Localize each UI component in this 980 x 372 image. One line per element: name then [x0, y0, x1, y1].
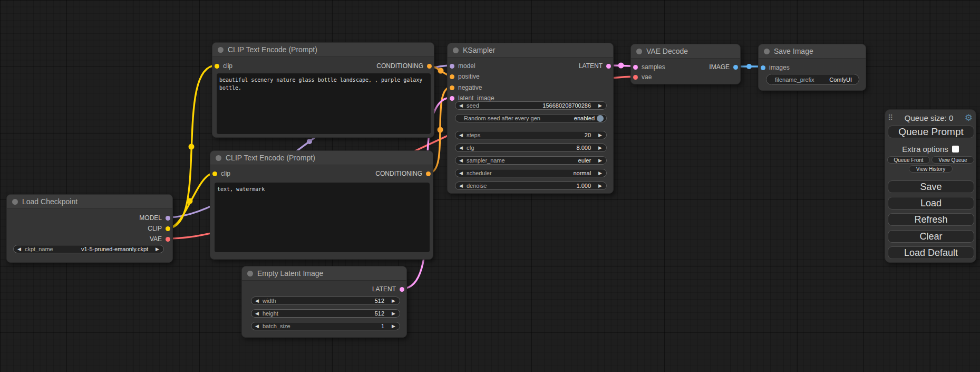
output-port-image[interactable]: IMAGE [709, 63, 738, 71]
height-widget[interactable]: ◀ height 512 ▶ [251, 309, 400, 318]
ckpt-name-widget[interactable]: ◀ ckpt_name v1-5-pruned-emaonly.ckpt ▶ [13, 245, 164, 253]
increment-arrow-icon[interactable]: ▶ [595, 133, 606, 138]
width-widget[interactable]: ◀ width 512 ▶ [251, 297, 400, 305]
vae-port-icon[interactable] [633, 75, 638, 80]
latent-port-icon[interactable] [400, 287, 404, 292]
input-port-images[interactable]: images [761, 64, 790, 71]
increment-arrow-icon[interactable]: ▶ [595, 184, 606, 188]
decrement-arrow-icon[interactable]: ◀ [455, 146, 467, 150]
increment-arrow-icon[interactable]: ▶ [388, 299, 400, 303]
node-title-bar[interactable]: Empty Latent Image [242, 266, 406, 281]
increment-arrow-icon[interactable]: ▶ [595, 158, 606, 163]
increment-arrow-icon[interactable]: ▶ [595, 146, 606, 150]
clip-port-icon[interactable] [212, 171, 217, 176]
conditioning-port-icon[interactable] [426, 171, 431, 176]
decrement-arrow-icon[interactable]: ◀ [455, 158, 467, 163]
decrement-arrow-icon[interactable]: ◀ [455, 171, 467, 176]
steps-widget[interactable]: ◀ steps 20 ▶ [455, 131, 607, 139]
output-port-conditioning[interactable]: CONDITIONING [375, 170, 431, 177]
seed-widget[interactable]: ◀ seed 156680208700286 ▶ [455, 101, 607, 110]
input-port-latent-image[interactable]: latent_image [450, 94, 494, 102]
drag-handle-icon[interactable]: ⠿ [888, 113, 893, 122]
model-port-icon[interactable] [166, 216, 170, 221]
output-port-latent[interactable]: LATENT [579, 62, 611, 70]
collapse-dot-icon[interactable] [218, 47, 224, 53]
save-button[interactable]: Save [888, 180, 974, 193]
input-port-samples[interactable]: samples [633, 63, 665, 71]
output-port-vae[interactable]: VAE [150, 235, 170, 243]
batch-size-widget[interactable]: ◀ batch_size 1 ▶ [251, 322, 400, 330]
load-default-button[interactable]: Load Default [888, 246, 974, 259]
output-port-clip[interactable]: CLIP [148, 225, 170, 232]
decrement-arrow-icon[interactable]: ◀ [251, 311, 263, 316]
output-port-latent[interactable]: LATENT [372, 285, 404, 293]
clip-port-icon[interactable] [215, 64, 219, 69]
output-port-conditioning[interactable]: CONDITIONING [376, 62, 432, 70]
increment-arrow-icon[interactable]: ▶ [595, 171, 606, 176]
node-ksampler[interactable]: KSampler model positive negative latent_… [447, 43, 614, 194]
toggle-circle-icon[interactable] [597, 115, 604, 122]
collapse-dot-icon[interactable] [453, 47, 459, 53]
view-history-button[interactable]: View History [909, 165, 953, 173]
node-vae-decode[interactable]: VAE Decode samples vae IMAGE [630, 44, 741, 84]
input-port-model[interactable]: model [450, 62, 476, 70]
node-graph-canvas[interactable]: Load Checkpoint MODEL CLIP VAE ◀ ckpt_na… [0, 0, 980, 372]
load-button[interactable]: Load [888, 197, 974, 209]
decrement-arrow-icon[interactable]: ◀ [455, 103, 467, 108]
decrement-arrow-icon[interactable]: ◀ [251, 324, 263, 329]
view-queue-button[interactable]: View Queue [932, 156, 974, 164]
conditioning-port-icon[interactable] [427, 64, 432, 69]
node-save-image[interactable]: Save Image images filename_prefix ComfyU… [758, 44, 866, 91]
image-port-icon[interactable] [733, 65, 738, 70]
positive-prompt-textarea[interactable]: beautiful scenery nature glass bottle la… [217, 73, 431, 134]
denoise-widget[interactable]: ◀ denoise 1.000 ▶ [455, 182, 607, 190]
latent-port-icon[interactable] [633, 65, 638, 70]
random-seed-toggle-widget[interactable]: Random seed after every gen enabled [455, 114, 607, 122]
image-port-icon[interactable] [761, 65, 765, 70]
node-empty-latent-image[interactable]: Empty Latent Image LATENT ◀ width 512 ▶ … [241, 266, 407, 338]
increment-arrow-icon[interactable]: ▶ [152, 247, 163, 252]
collapse-dot-icon[interactable] [764, 49, 770, 54]
node-title-bar[interactable]: Save Image [759, 44, 866, 59]
clear-button[interactable]: Clear [888, 230, 974, 243]
filename-prefix-widget[interactable]: filename_prefix ComfyUI [766, 74, 859, 85]
model-port-icon[interactable] [450, 64, 454, 69]
queue-front-button[interactable]: Queue Front [887, 156, 930, 164]
input-port-vae[interactable]: vae [633, 73, 652, 81]
input-port-positive[interactable]: positive [450, 73, 480, 80]
queue-prompt-button[interactable]: Queue Prompt [888, 126, 974, 138]
negative-prompt-textarea[interactable]: text, watermark [215, 183, 430, 252]
collapse-dot-icon[interactable] [12, 199, 18, 205]
decrement-arrow-icon[interactable]: ◀ [14, 247, 25, 252]
input-port-clip[interactable]: clip [215, 62, 232, 70]
node-title-bar[interactable]: VAE Decode [631, 44, 740, 59]
queue-menu-panel[interactable]: ⠿ Queue size: 0 ⚙ Queue Prompt Extra opt… [885, 109, 976, 263]
node-title-bar[interactable]: CLIP Text Encode (Prompt) [212, 43, 434, 57]
sampler-name-widget[interactable]: ◀ sampler_name euler ▶ [455, 156, 607, 165]
node-title-bar[interactable]: Load Checkpoint [7, 195, 172, 209]
decrement-arrow-icon[interactable]: ◀ [251, 299, 263, 303]
latent-port-icon[interactable] [606, 64, 611, 69]
vae-port-icon[interactable] [166, 237, 170, 242]
refresh-button[interactable]: Refresh [888, 213, 974, 226]
increment-arrow-icon[interactable]: ▶ [388, 311, 400, 316]
conditioning-port-icon[interactable] [450, 85, 454, 90]
increment-arrow-icon[interactable]: ▶ [388, 324, 400, 329]
clip-port-icon[interactable] [166, 226, 170, 231]
extra-options-checkbox[interactable] [952, 146, 959, 152]
increment-arrow-icon[interactable]: ▶ [595, 103, 606, 108]
node-clip-text-encode-positive[interactable]: CLIP Text Encode (Prompt) clip CONDITION… [212, 42, 434, 138]
input-port-negative[interactable]: negative [450, 84, 482, 91]
collapse-dot-icon[interactable] [636, 49, 642, 54]
scheduler-widget[interactable]: ◀ scheduler normal ▶ [455, 169, 607, 177]
collapse-dot-icon[interactable] [216, 155, 221, 161]
decrement-arrow-icon[interactable]: ◀ [455, 184, 467, 188]
node-load-checkpoint[interactable]: Load Checkpoint MODEL CLIP VAE ◀ ckpt_na… [6, 194, 173, 263]
input-port-clip[interactable]: clip [212, 170, 230, 177]
collapse-dot-icon[interactable] [247, 271, 253, 276]
node-clip-text-encode-negative[interactable]: CLIP Text Encode (Prompt) clip CONDITION… [210, 150, 433, 260]
node-title-bar[interactable]: CLIP Text Encode (Prompt) [210, 151, 433, 165]
node-title-bar[interactable]: KSampler [448, 43, 613, 58]
cfg-widget[interactable]: ◀ cfg 8.000 ▶ [455, 144, 607, 152]
gear-icon[interactable]: ⚙ [965, 113, 973, 122]
